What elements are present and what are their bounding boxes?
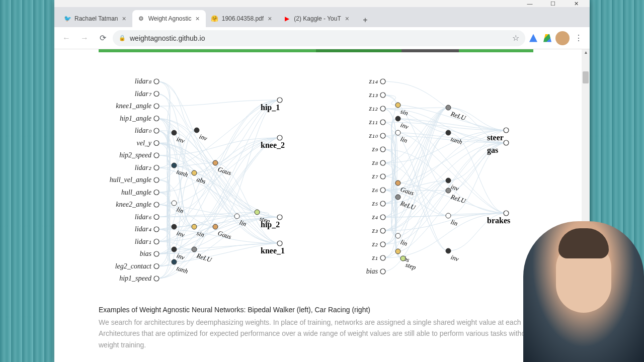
drive-icon[interactable] <box>541 32 553 44</box>
svg-text:knee_1: knee_1 <box>261 246 285 255</box>
svg-text:tanh: tanh <box>450 135 463 146</box>
new-tab-button[interactable]: + <box>358 13 372 27</box>
svg-text:Gaus: Gaus <box>217 229 232 241</box>
svg-point-72 <box>380 93 385 98</box>
menu-button[interactable]: ⋮ <box>572 33 586 43</box>
svg-text:z₇: z₇ <box>372 172 378 180</box>
address-bar[interactable]: 🔒 weightagnostic.github.io ☆ <box>113 30 525 46</box>
twitter-icon: 🐦 <box>63 15 71 23</box>
scroll-thumb[interactable] <box>583 71 589 83</box>
svg-text:brakes: brakes <box>487 216 510 225</box>
svg-text:z₁₄: z₁₄ <box>369 77 378 85</box>
svg-text:z₆: z₆ <box>372 186 378 194</box>
svg-point-78 <box>380 133 385 138</box>
lock-icon: 🔒 <box>119 35 126 41</box>
svg-point-74 <box>380 106 385 111</box>
back-button[interactable]: ← <box>58 30 74 46</box>
tab-pdf[interactable]: 🤗 1906.04358.pdf × <box>206 10 278 27</box>
svg-point-124 <box>400 256 406 261</box>
svg-text:bias: bias <box>366 267 378 275</box>
svg-text:ReLU: ReLU <box>195 251 213 263</box>
svg-text:lidar₁: lidar₁ <box>135 238 151 245</box>
svg-text:lidar₀: lidar₀ <box>135 127 152 134</box>
svg-point-48 <box>234 214 239 219</box>
svg-point-24 <box>154 227 159 232</box>
svg-text:z₁₁: z₁₁ <box>369 118 378 126</box>
svg-point-64 <box>277 135 282 140</box>
figure-caption-body: We search for architectures by deemphasi… <box>99 317 545 350</box>
page-viewport: lidar₈lidar₇knee1_anglehip1_anglelidar₀v… <box>54 49 590 362</box>
svg-text:hip_2: hip_2 <box>261 220 280 229</box>
tab-youtube[interactable]: ▶ (2) Kaggle - YouT × <box>278 10 355 27</box>
svg-text:z₁₀: z₁₀ <box>369 132 378 139</box>
svg-point-68 <box>277 241 282 246</box>
toolbar: ← → ⟳ 🔒 weightagnostic.github.io ☆ ⋮ <box>54 27 590 49</box>
scroll-up-icon[interactable]: ▴ <box>582 49 590 57</box>
svg-point-34 <box>172 130 177 135</box>
svg-point-90 <box>380 215 385 220</box>
svg-point-98 <box>380 269 385 274</box>
svg-text:inv: inv <box>450 253 460 263</box>
extension-icon[interactable] <box>527 32 539 44</box>
tab-weight-agnostic[interactable]: ⚙ Weight Agnostic × <box>132 10 206 27</box>
close-icon[interactable]: × <box>344 15 350 23</box>
svg-text:tanh: tanh <box>176 264 189 275</box>
svg-text:lidar₈: lidar₈ <box>135 77 152 85</box>
tab-title: (2) Kaggle - YouT <box>294 15 341 22</box>
svg-point-66 <box>277 215 282 220</box>
bookmark-icon[interactable]: ☆ <box>512 33 519 43</box>
settings-icon: ⚙ <box>137 15 145 23</box>
svg-point-56 <box>172 247 177 252</box>
svg-point-54 <box>213 224 218 229</box>
tab-title: Rachael Tatman <box>74 15 118 22</box>
close-icon[interactable]: × <box>195 15 201 23</box>
svg-point-18 <box>154 190 159 195</box>
svg-point-114 <box>446 178 451 183</box>
svg-point-46 <box>255 210 260 215</box>
forward-button[interactable]: → <box>76 30 93 46</box>
svg-point-16 <box>154 177 159 183</box>
svg-point-130 <box>504 140 509 145</box>
svg-text:knee2_angle: knee2_angle <box>116 201 151 208</box>
svg-text:inv: inv <box>450 183 460 193</box>
svg-text:step: step <box>405 261 417 272</box>
svg-text:z₂: z₂ <box>372 240 378 248</box>
svg-point-52 <box>192 224 197 229</box>
svg-text:z₈: z₈ <box>372 159 378 166</box>
svg-text:leg2_contact: leg2_contact <box>115 262 152 270</box>
svg-point-104 <box>395 130 400 135</box>
tab-title: 1906.04358.pdf <box>222 15 264 22</box>
svg-point-14 <box>154 165 159 170</box>
svg-point-118 <box>446 213 451 218</box>
close-icon[interactable]: × <box>121 15 127 23</box>
figure-caption-title: Examples of Weight Agnostic Neural Netwo… <box>99 306 545 314</box>
svg-text:Gaus: Gaus <box>217 165 232 177</box>
svg-text:lidar₄: lidar₄ <box>135 225 151 233</box>
desktop-bg-left <box>0 0 54 362</box>
svg-text:hip2_speed: hip2_speed <box>119 151 152 159</box>
svg-text:z₄: z₄ <box>372 213 378 221</box>
svg-point-50 <box>172 224 177 229</box>
svg-text:z₃: z₃ <box>372 227 378 234</box>
svg-point-126 <box>446 248 451 253</box>
profile-avatar[interactable] <box>555 31 570 45</box>
svg-text:z₁₃: z₁₃ <box>369 91 378 99</box>
url-text: weightagnostic.github.io <box>130 34 205 42</box>
svg-point-32 <box>154 276 159 281</box>
svg-text:hull_angle: hull_angle <box>121 189 151 196</box>
svg-point-76 <box>380 120 385 125</box>
svg-text:sin: sin <box>399 108 409 117</box>
svg-point-28 <box>154 251 159 256</box>
close-icon[interactable]: × <box>267 15 273 23</box>
svg-point-92 <box>380 228 385 233</box>
tab-twitter[interactable]: 🐦 Rachael Tatman × <box>58 10 132 27</box>
svg-text:z₁: z₁ <box>372 254 378 261</box>
svg-point-38 <box>172 163 177 168</box>
svg-text:knee1_angle: knee1_angle <box>116 102 151 110</box>
svg-text:lidar₆: lidar₆ <box>135 213 152 221</box>
svg-text:Gaus: Gaus <box>399 186 415 197</box>
svg-point-110 <box>395 180 400 186</box>
svg-point-4 <box>154 104 159 109</box>
svg-point-36 <box>194 128 199 133</box>
reload-button[interactable]: ⟳ <box>95 30 111 46</box>
